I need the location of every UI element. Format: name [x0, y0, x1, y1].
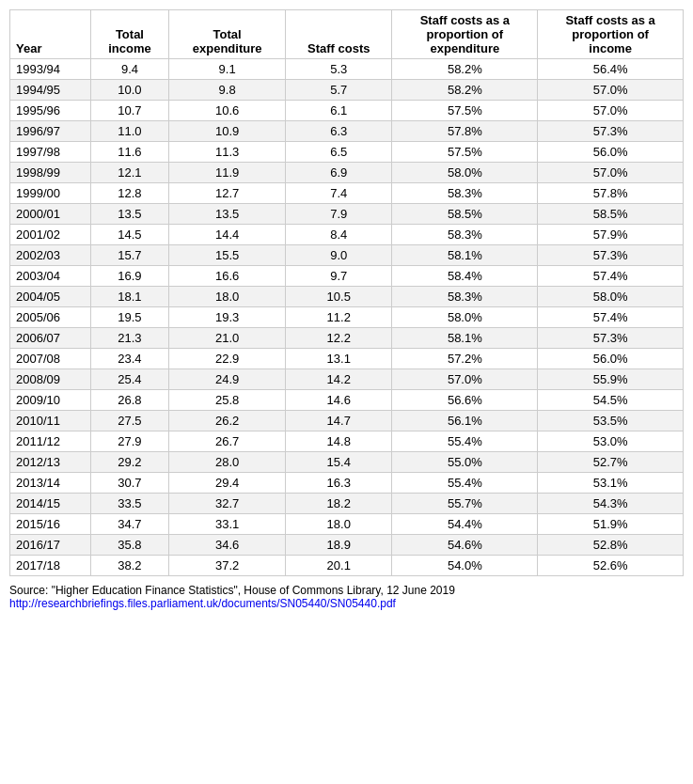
table-cell: 11.9: [169, 163, 286, 183]
col-header-total-income: Totalincome: [90, 10, 169, 59]
table-cell: 28.0: [169, 452, 286, 473]
table-row: 2007/0823.422.913.157.2%56.0%: [10, 349, 684, 369]
table-cell: 58.5%: [538, 204, 684, 225]
table-cell: 58.0%: [538, 287, 684, 307]
table-cell: 18.1: [90, 287, 169, 307]
table-cell: 57.8%: [538, 183, 684, 204]
table-cell: 57.0%: [538, 163, 684, 183]
source-link[interactable]: http://researchbriefings.files.parliamen…: [9, 597, 396, 610]
table-cell: 5.7: [286, 80, 392, 101]
table-container: Year Totalincome Totalexpenditure Staff …: [9, 9, 684, 576]
table-cell: 57.0%: [538, 80, 684, 101]
table-cell: 58.0%: [392, 163, 538, 183]
table-cell: 37.2: [169, 556, 286, 576]
table-cell: 7.9: [286, 204, 392, 225]
table-cell: 9.0: [286, 245, 392, 266]
table-cell: 9.4: [90, 59, 169, 80]
col-header-year: Year: [10, 10, 91, 59]
table-cell: 38.2: [90, 556, 169, 576]
col-header-staff-costs: Staff costs: [286, 10, 392, 59]
table-row: 2010/1127.526.214.756.1%53.5%: [10, 411, 684, 431]
table-cell: 27.9: [90, 431, 169, 452]
table-cell: 55.4%: [392, 473, 538, 494]
table-cell: 2000/01: [10, 204, 91, 225]
table-cell: 11.0: [90, 121, 169, 142]
table-cell: 10.9: [169, 121, 286, 142]
table-cell: 2011/12: [10, 431, 91, 452]
table-cell: 2002/03: [10, 245, 91, 266]
table-cell: 52.8%: [538, 535, 684, 556]
table-cell: 11.6: [90, 142, 169, 163]
table-cell: 1997/98: [10, 142, 91, 163]
table-cell: 12.8: [90, 183, 169, 204]
table-cell: 53.5%: [538, 411, 684, 431]
table-cell: 57.9%: [538, 225, 684, 245]
table-cell: 24.9: [169, 369, 286, 390]
table-cell: 2005/06: [10, 307, 91, 328]
table-cell: 16.9: [90, 266, 169, 287]
table-cell: 20.1: [286, 556, 392, 576]
table-row: 1994/9510.09.85.758.2%57.0%: [10, 80, 684, 101]
table-cell: 58.3%: [392, 183, 538, 204]
table-cell: 57.0%: [538, 101, 684, 121]
table-cell: 14.2: [286, 369, 392, 390]
table-cell: 1996/97: [10, 121, 91, 142]
table-row: 2017/1838.237.220.154.0%52.6%: [10, 556, 684, 576]
table-cell: 34.7: [90, 514, 169, 535]
data-table: Year Totalincome Totalexpenditure Staff …: [9, 9, 684, 576]
table-cell: 33.1: [169, 514, 286, 535]
table-cell: 2007/08: [10, 349, 91, 369]
table-cell: 58.5%: [392, 204, 538, 225]
table-cell: 7.4: [286, 183, 392, 204]
table-row: 1996/9711.010.96.357.8%57.3%: [10, 121, 684, 142]
table-cell: 35.8: [90, 535, 169, 556]
table-row: 2003/0416.916.69.758.4%57.4%: [10, 266, 684, 287]
table-cell: 55.7%: [392, 494, 538, 514]
table-cell: 2008/09: [10, 369, 91, 390]
table-cell: 32.7: [169, 494, 286, 514]
table-cell: 12.1: [90, 163, 169, 183]
table-cell: 18.0: [286, 514, 392, 535]
table-cell: 5.3: [286, 59, 392, 80]
table-cell: 13.1: [286, 349, 392, 369]
table-cell: 18.9: [286, 535, 392, 556]
table-cell: 11.3: [169, 142, 286, 163]
table-cell: 52.7%: [538, 452, 684, 473]
table-cell: 57.3%: [538, 245, 684, 266]
table-cell: 51.9%: [538, 514, 684, 535]
table-cell: 57.5%: [392, 142, 538, 163]
table-cell: 56.4%: [538, 59, 684, 80]
table-cell: 58.0%: [392, 307, 538, 328]
table-cell: 58.1%: [392, 328, 538, 349]
table-cell: 2017/18: [10, 556, 91, 576]
table-cell: 2016/17: [10, 535, 91, 556]
table-cell: 26.8: [90, 390, 169, 411]
table-cell: 27.5: [90, 411, 169, 431]
table-cell: 34.6: [169, 535, 286, 556]
table-cell: 56.6%: [392, 390, 538, 411]
table-cell: 14.6: [286, 390, 392, 411]
table-cell: 1999/00: [10, 183, 91, 204]
table-cell: 2003/04: [10, 266, 91, 287]
table-cell: 26.2: [169, 411, 286, 431]
table-row: 2013/1430.729.416.355.4%53.1%: [10, 473, 684, 494]
table-cell: 58.2%: [392, 59, 538, 80]
table-cell: 57.3%: [538, 121, 684, 142]
table-cell: 58.3%: [392, 287, 538, 307]
table-cell: 54.6%: [392, 535, 538, 556]
table-cell: 29.2: [90, 452, 169, 473]
table-cell: 21.3: [90, 328, 169, 349]
table-cell: 56.0%: [538, 142, 684, 163]
table-cell: 18.2: [286, 494, 392, 514]
table-row: 2000/0113.513.57.958.5%58.5%: [10, 204, 684, 225]
table-cell: 54.3%: [538, 494, 684, 514]
table-cell: 11.2: [286, 307, 392, 328]
table-cell: 57.4%: [538, 266, 684, 287]
table-cell: 52.6%: [538, 556, 684, 576]
table-cell: 55.0%: [392, 452, 538, 473]
table-cell: 56.0%: [538, 349, 684, 369]
table-cell: 54.0%: [392, 556, 538, 576]
col-header-proportion-income: Staff costs as aproportion ofincome: [538, 10, 684, 59]
table-row: 2015/1634.733.118.054.4%51.9%: [10, 514, 684, 535]
table-cell: 12.7: [169, 183, 286, 204]
